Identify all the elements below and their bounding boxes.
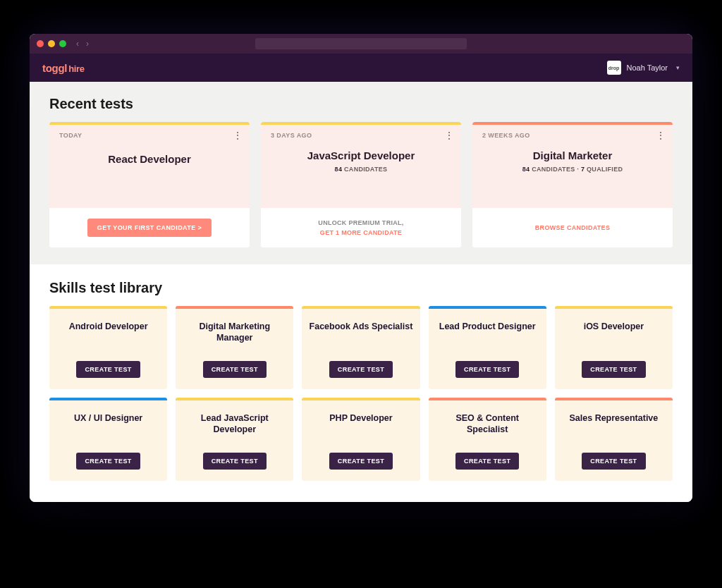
recent-card-title: JavaScript Developer: [271, 149, 451, 161]
library-card: Lead Product DesignerCREATE TEST: [429, 306, 546, 389]
library-card-title: Sales Representative: [570, 413, 659, 424]
library-card-title: Android Developer: [69, 321, 148, 333]
library-card-title: Lead Product Designer: [439, 321, 536, 333]
library-card-title: UX / UI Designer: [74, 413, 142, 424]
recent-card-body: 2 WEEKS AGO⋮Digital Marketer84 CANDIDATE…: [472, 122, 673, 208]
nav-arrows: ‹ ›: [76, 39, 89, 49]
recent-test-card[interactable]: TODAY⋮React DeveloperGET YOUR FIRST CAND…: [49, 122, 250, 247]
library-card: Facebook Ads SpecialistCREATE TEST: [302, 306, 420, 389]
library-card: PHP DeveloperCREATE TEST: [302, 398, 420, 481]
user-name: Noah Taylor: [627, 63, 668, 72]
recent-card-stats: 84 CANDIDATES · 7 QUALIFIED: [482, 166, 663, 173]
kebab-icon[interactable]: ⋮: [656, 130, 666, 140]
recent-card-footer: GET YOUR FIRST CANDIDATE >: [49, 208, 250, 247]
kebab-icon[interactable]: ⋮: [444, 130, 454, 140]
skills-library-grid: Android DeveloperCREATE TESTDigital Mark…: [49, 306, 673, 481]
avatar: drop: [607, 61, 621, 75]
profile-menu[interactable]: drop Noah Taylor ▾: [607, 61, 680, 75]
library-card-title: Digital Marketing Manager: [183, 321, 286, 343]
skills-library-section: Skills test library Android DeveloperCRE…: [30, 264, 692, 502]
app-header: togglhire drop Noah Taylor ▾: [30, 54, 692, 82]
create-test-button[interactable]: CREATE TEST: [203, 453, 267, 470]
create-test-button[interactable]: CREATE TEST: [329, 361, 393, 378]
library-card: Digital Marketing ManagerCREATE TEST: [176, 306, 293, 389]
library-card-title: Facebook Ads Specialist: [310, 321, 413, 333]
library-card-title: SEO & Content Specialist: [436, 413, 539, 435]
library-card: iOS DeveloperCREATE TEST: [555, 306, 673, 389]
create-test-button[interactable]: CREATE TEST: [582, 361, 645, 378]
forward-icon[interactable]: ›: [86, 39, 89, 49]
create-test-button[interactable]: CREATE TEST: [455, 361, 519, 378]
minimize-icon[interactable]: [48, 40, 55, 47]
recent-card-time: 2 WEEKS AGO: [482, 132, 530, 139]
recent-card-title: React Developer: [59, 153, 240, 165]
brand-product: hire: [68, 63, 85, 74]
browse-candidates-link[interactable]: BROWSE CANDIDATES: [535, 224, 610, 231]
recent-test-card[interactable]: 3 DAYS AGO⋮JavaScript Developer84 CANDID…: [261, 122, 461, 247]
recent-card-footer: BROWSE CANDIDATES: [472, 208, 673, 247]
recent-card-stats: 84 CANDIDATES: [271, 166, 451, 173]
app-window: ‹ › togglhire drop Noah Taylor ▾ Recent …: [30, 34, 692, 502]
brand-logo[interactable]: togglhire: [42, 62, 85, 74]
recent-test-card[interactable]: 2 WEEKS AGO⋮Digital Marketer84 CANDIDATE…: [472, 122, 673, 247]
create-test-button[interactable]: CREATE TEST: [455, 453, 519, 470]
create-test-button[interactable]: CREATE TEST: [203, 361, 267, 378]
library-card: Android DeveloperCREATE TEST: [49, 306, 167, 389]
kebab-icon[interactable]: ⋮: [233, 130, 243, 140]
create-test-button[interactable]: CREATE TEST: [76, 453, 140, 470]
recent-card-footer: UNLOCK PREMIUM TRIAL,GET 1 MORE CANDIDAT…: [261, 208, 461, 247]
recent-tests-section: Recent tests TODAY⋮React DeveloperGET YO…: [30, 82, 692, 264]
create-test-button[interactable]: CREATE TEST: [76, 361, 140, 378]
create-test-button[interactable]: CREATE TEST: [329, 453, 393, 470]
skills-library-heading: Skills test library: [49, 280, 673, 296]
get-more-candidate-link[interactable]: GET 1 MORE CANDIDATE: [320, 229, 402, 236]
library-card-title: iOS Developer: [584, 321, 644, 333]
brand-name: toggl: [42, 62, 67, 74]
address-bar[interactable]: [255, 38, 467, 49]
recent-tests-heading: Recent tests: [49, 96, 673, 112]
recent-card-time: TODAY: [59, 132, 82, 139]
create-test-button[interactable]: CREATE TEST: [582, 453, 645, 470]
library-card: Lead JavaScript DeveloperCREATE TEST: [176, 398, 293, 481]
traffic-lights: [37, 40, 66, 47]
close-icon[interactable]: [37, 40, 44, 47]
library-card: Sales RepresentativeCREATE TEST: [555, 398, 673, 481]
recent-tests-row: TODAY⋮React DeveloperGET YOUR FIRST CAND…: [49, 122, 673, 247]
library-card: SEO & Content SpecialistCREATE TEST: [429, 398, 546, 481]
library-card-title: PHP Developer: [329, 413, 392, 424]
chevron-down-icon: ▾: [676, 64, 680, 71]
back-icon[interactable]: ‹: [76, 39, 79, 49]
recent-card-title: Digital Marketer: [482, 149, 663, 161]
get-first-candidate-button[interactable]: GET YOUR FIRST CANDIDATE >: [87, 219, 212, 237]
library-card-title: Lead JavaScript Developer: [183, 413, 286, 435]
recent-card-time: 3 DAYS AGO: [271, 132, 312, 139]
maximize-icon[interactable]: [59, 40, 66, 47]
window-titlebar: ‹ ›: [30, 34, 692, 54]
recent-card-body: 3 DAYS AGO⋮JavaScript Developer84 CANDID…: [261, 122, 461, 208]
recent-card-body: TODAY⋮React Developer: [49, 122, 250, 208]
unlock-premium-text: UNLOCK PREMIUM TRIAL,: [318, 219, 403, 226]
library-card: UX / UI DesignerCREATE TEST: [49, 398, 167, 481]
